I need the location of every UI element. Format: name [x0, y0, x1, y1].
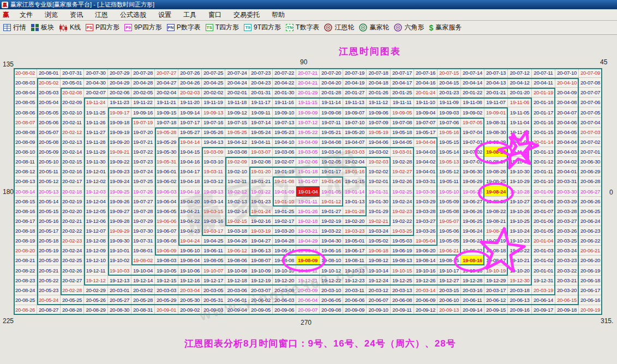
tool-板块[interactable]: 板块 — [31, 23, 54, 32]
date-cell: 19-03-09 — [202, 147, 225, 157]
date-cell: 20-03-06 — [225, 286, 249, 295]
tool-P四方形[interactable]: PSP四方形 — [86, 23, 119, 32]
date-cell: 19-12-05 — [84, 207, 108, 216]
date-cell: 19-02-28 — [391, 157, 414, 167]
menu-item-公式选股[interactable]: 公式选股 — [114, 9, 152, 21]
date-cell: 19-06-22 — [461, 246, 484, 256]
date-cell: 20-01-30 — [273, 88, 296, 98]
date-cell: 19-07-06 — [438, 118, 461, 128]
date-cell: 20-01-17 — [532, 107, 555, 118]
tool-P数字表[interactable]: PNP数字表 — [167, 23, 201, 32]
tool-K线[interactable]: K线 — [59, 23, 81, 32]
date-cell: 19-07-04 — [461, 128, 484, 137]
date-cell: 20-05-30 — [178, 295, 202, 305]
date-cell: 19-01-12 — [320, 197, 343, 207]
date-cell: 20-09-07 — [296, 305, 320, 315]
date-cell: 20-07-20 — [320, 68, 343, 78]
menu-item-设置[interactable]: 设置 — [152, 9, 177, 21]
date-cell: 19-11-11 — [391, 98, 414, 107]
menu-item-交易委托[interactable]: 交易委托 — [227, 9, 266, 21]
tool-赢家服务[interactable]: $赢家服务 — [429, 23, 462, 32]
date-cell: 20-07-09 — [579, 68, 602, 78]
date-cell: 19-03-14 — [202, 197, 225, 207]
date-cell: 20-04-07 — [555, 107, 579, 118]
tool-label: 9T四方形 — [254, 23, 281, 32]
date-cell: 19-07-29 — [131, 216, 155, 226]
menu-item-文件[interactable]: 文件 — [14, 9, 39, 21]
date-cell: 19-03-06 — [273, 147, 296, 157]
date-cell: 19-09-18 — [108, 118, 131, 128]
date-cell: 19-08-24 — [484, 186, 508, 197]
date-cell: 19-03-10 — [202, 157, 225, 167]
date-cell: 19-04-11 — [249, 137, 273, 147]
date-cell: 19-01-09 — [273, 186, 296, 197]
menu-item-工具[interactable]: 工具 — [177, 9, 202, 21]
date-cell: 19-09-08 — [320, 107, 343, 118]
date-cell: 19-02-27 — [391, 167, 414, 177]
date-cell: 20-01-05 — [532, 226, 555, 236]
date-cell: 19-02-07 — [273, 157, 296, 167]
date-cell: 19-07-15 — [225, 118, 249, 128]
date-cell: 19-08-09 — [296, 256, 320, 265]
date-cell: 19-10-12 — [320, 265, 343, 276]
tool-9P四方形[interactable]: P99P四方形 — [124, 23, 162, 32]
date-cell: 19-06-19 — [391, 246, 414, 256]
tool-T四方形[interactable]: TST四方形 — [206, 23, 239, 32]
menu-item-资讯[interactable]: 资讯 — [64, 9, 89, 21]
date-cell: 19-02-17 — [273, 216, 296, 226]
date-cell: 19-06-24 — [461, 226, 484, 236]
date-cell: 20-03-13 — [391, 286, 414, 295]
date-cell: 19-09-28 — [108, 216, 131, 226]
tool-六角形[interactable]: 六角形 — [394, 23, 424, 32]
date-cell: 20-02-03 — [178, 88, 202, 98]
date-cell: 20-05-17 — [37, 226, 61, 236]
date-cell: 19-10-06 — [178, 265, 202, 276]
date-cell: 19-12-14 — [131, 276, 155, 286]
tool-9T四方形[interactable]: T99T四方形 — [244, 23, 281, 32]
date-cell: 20-08-02 — [14, 68, 37, 78]
blocks-icon — [31, 24, 39, 31]
date-cell: 20-03-17 — [484, 286, 508, 295]
date-cell: 19-11-12 — [367, 98, 391, 107]
angle-label-90: 90 — [300, 58, 307, 66]
date-cell: 19-11-21 — [155, 98, 178, 107]
date-cell: 19-10-30 — [508, 167, 532, 177]
tool-赢家轮[interactable]: 赢家轮 — [359, 23, 389, 32]
date-cell: 19-06-16 — [320, 246, 343, 256]
analysis-text: 江恩图表分析8月时间窗口：9号、16号、24号（周六）、28号 — [184, 337, 456, 350]
date-cell: 19-05-27 — [178, 128, 202, 137]
date-cell: 19-01-18 — [296, 167, 320, 177]
date-cell: 20-05-21 — [37, 265, 61, 276]
date-cell: 19-05-07 — [438, 216, 461, 226]
date-cell: 20-02-16 — [61, 167, 84, 177]
date-cell: 19-10-25 — [508, 216, 532, 226]
date-cell: 20-06-05 — [320, 295, 343, 305]
date-cell: 20-08-27 — [37, 305, 61, 315]
date-cell: 19-02-26 — [391, 177, 414, 186]
date-cell: 19-09-02 — [461, 107, 484, 118]
menu-item-窗口[interactable]: 窗口 — [202, 9, 227, 21]
date-cell: 19-04-16 — [178, 157, 202, 167]
menu-item-江恩[interactable]: 江恩 — [89, 9, 114, 21]
menu-item-浏览[interactable]: 浏览 — [39, 9, 64, 21]
date-cell: 19-11-01 — [508, 147, 532, 157]
date-cell: 19-05-31 — [155, 157, 178, 167]
date-cell: 19-11-26 — [84, 118, 108, 128]
date-cell: 20-03-12 — [367, 286, 391, 295]
date-cell: 19-07-23 — [131, 157, 155, 167]
date-cell: 20-07-15 — [438, 68, 461, 78]
tool-行情[interactable]: 行情 — [3, 23, 26, 32]
date-cell: 20-06-18 — [579, 276, 602, 286]
date-cell: 20-01-24 — [414, 88, 438, 98]
date-cell: 20-07-19 — [343, 68, 367, 78]
date-cell: 19-08-28 — [484, 147, 508, 157]
tool-T数字表[interactable]: TNT数字表 — [286, 23, 319, 32]
menu-item-帮助[interactable]: 帮助 — [266, 9, 291, 21]
control-row: 起始日期: 步长: 计算 日周月年 — [0, 35, 617, 68]
date-cell: 20-01-01 — [532, 265, 555, 276]
date-cell: 20-04-14 — [461, 78, 484, 88]
tool-江恩轮[interactable]: 江恩轮 — [324, 23, 354, 32]
date-cell: 19-01-13 — [343, 197, 367, 207]
date-cell: 19-03-02 — [367, 147, 391, 157]
date-cell: 19-09-29 — [108, 226, 131, 236]
